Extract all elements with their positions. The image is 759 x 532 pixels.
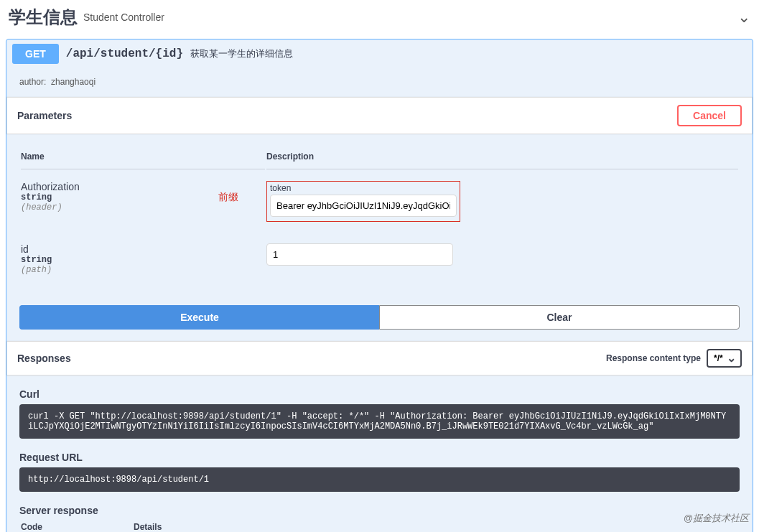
param-name: id	[21, 243, 265, 255]
param-type: string	[21, 255, 265, 265]
server-response-label: Server response	[19, 505, 740, 516]
endpoint-summary: 获取某一学生的详细信息	[190, 47, 293, 60]
column-code: Code	[21, 522, 132, 532]
parameters-header: Parameters Cancel	[6, 97, 753, 134]
tag-subtitle: Student Controller	[83, 11, 164, 23]
tag-header[interactable]: 学生信息 Student Controller ⌄	[6, 0, 753, 34]
parameters-table: Name Description Authorization string (h…	[19, 150, 740, 286]
curl-block[interactable]: curl -X GET "http://localhost:9898/api/s…	[19, 404, 740, 439]
content-type-select[interactable]: */*	[707, 349, 742, 368]
author-line: author: zhanghaoqi	[19, 77, 740, 87]
prefix-annotation: 前缀	[218, 191, 238, 204]
operation-summary-bar[interactable]: GET /api/student/{id} 获取某一学生的详细信息	[6, 39, 753, 68]
operation-block: GET /api/student/{id} 获取某一学生的详细信息 author…	[6, 39, 753, 532]
id-input[interactable]	[266, 243, 453, 266]
execute-button[interactable]: Execute	[19, 305, 379, 330]
curl-label: Curl	[19, 388, 740, 400]
tag-title: 学生信息	[9, 6, 78, 29]
endpoint-path: /api/student/{id}	[66, 47, 183, 60]
clear-button[interactable]: Clear	[379, 305, 740, 330]
param-row-id: id string (path)	[21, 233, 738, 285]
column-name: Name	[21, 151, 265, 169]
content-type-label: Response content type	[606, 353, 701, 363]
watermark: @掘金技术社区	[684, 512, 749, 525]
param-description-label: token	[270, 183, 457, 193]
param-in: (path)	[21, 265, 265, 275]
param-row-authorization: Authorization string (header) 前缀 token	[21, 171, 738, 232]
column-description: Description	[266, 151, 738, 169]
request-url-block[interactable]: http://localhost:9898/api/student/1	[19, 467, 740, 492]
cancel-button[interactable]: Cancel	[677, 105, 742, 126]
authorization-input[interactable]	[270, 195, 457, 217]
chevron-down-icon: ⌄	[737, 8, 750, 27]
param-in: (header)	[21, 202, 265, 213]
column-details: Details	[134, 522, 738, 532]
responses-title: Responses	[17, 353, 71, 364]
responses-header: Responses Response content type */*	[6, 341, 753, 375]
response-table: Code Details 200 Response body { "code":…	[19, 521, 740, 532]
request-url-label: Request URL	[19, 452, 740, 463]
http-method-badge: GET	[12, 44, 59, 64]
token-highlight-box: token	[266, 181, 460, 222]
parameters-title: Parameters	[17, 110, 72, 121]
